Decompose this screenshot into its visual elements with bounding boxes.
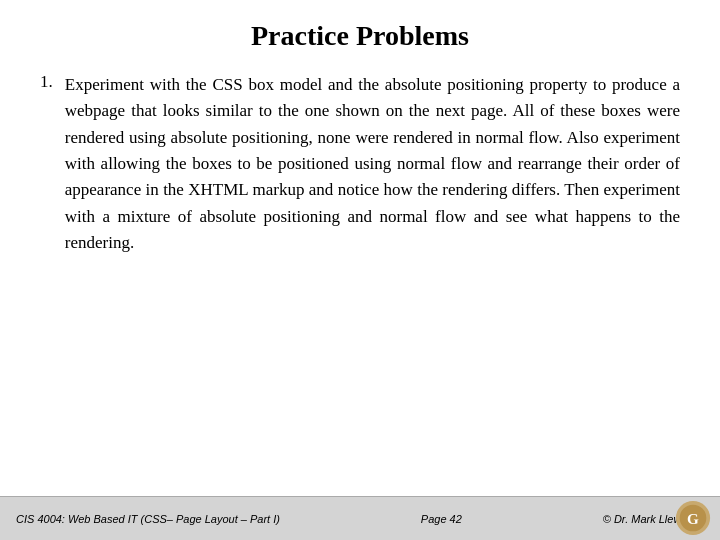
problem-number: 1. [40, 72, 53, 92]
problem-list: 1. Experiment with the CSS box model and… [40, 72, 680, 256]
svg-text:G: G [687, 510, 699, 527]
page: Practice Problems 1. Experiment with the… [0, 0, 720, 540]
problem-text: Experiment with the CSS box model and th… [65, 72, 680, 256]
footer-right-area: © Dr. Mark Llewellyn G [603, 513, 704, 525]
footer-logo: G [674, 499, 712, 537]
page-title: Practice Problems [40, 20, 680, 52]
footer-course: CIS 4004: Web Based IT (CSS– Page Layout… [16, 513, 280, 525]
footer: CIS 4004: Web Based IT (CSS– Page Layout… [0, 496, 720, 540]
list-item: 1. Experiment with the CSS box model and… [40, 72, 680, 256]
main-content: Practice Problems 1. Experiment with the… [0, 0, 720, 496]
footer-page: Page 42 [421, 513, 462, 525]
